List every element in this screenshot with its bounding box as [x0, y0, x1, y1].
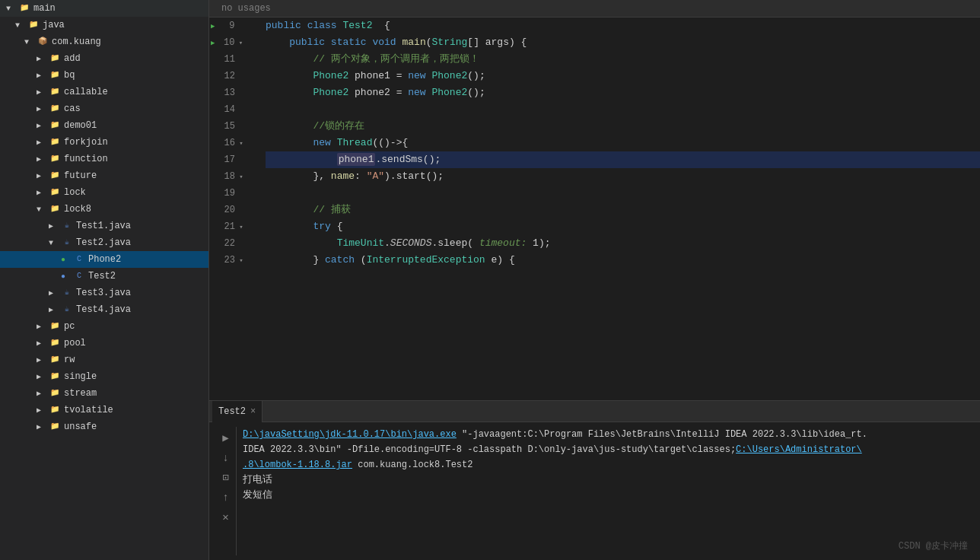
run-icon-10: ▶	[211, 39, 215, 47]
arrow-icon: ▶	[37, 389, 49, 398]
arrow-icon: ▶	[37, 104, 49, 113]
folder-icon: 📁	[49, 203, 61, 215]
terminal-line-1: D:\javaSetting\jdk-11.0.17\bin\java.exe …	[243, 427, 974, 442]
class-icon: C	[73, 270, 85, 282]
sidebar-item-phone2[interactable]: ● C Phone2	[0, 251, 208, 268]
sidebar-item-pool[interactable]: ▶ 📁 pool	[0, 335, 208, 352]
sidebar-item-future[interactable]: ▶ 📁 future	[0, 167, 208, 184]
sidebar-item-cas[interactable]: ▶ 📁 cas	[0, 100, 208, 117]
sidebar-item-lock[interactable]: ▶ 📁 lock	[0, 184, 208, 201]
package-icon: 📦	[37, 36, 49, 48]
sidebar-item-test3[interactable]: ▶ ☕ Test3.java	[0, 285, 208, 301]
sidebar-item-add[interactable]: ▶ 📁 add	[0, 50, 208, 67]
arrow-icon: ▼	[15, 21, 27, 30]
sidebar-item-pc[interactable]: ▶ 📁 pc	[0, 318, 208, 335]
sidebar-item-demo01[interactable]: ▶ 📁 demo01	[0, 117, 208, 134]
folder-icon: 📁	[49, 371, 61, 383]
folder-icon: 📁	[49, 387, 61, 399]
sidebar-label-future: future	[64, 170, 97, 181]
sidebar-item-java[interactable]: ▼ 📁 java	[0, 17, 208, 33]
sidebar-label-pool: pool	[64, 338, 86, 348]
sidebar-label-stream: stream	[64, 388, 97, 399]
code-line-10: public static void main(String[] args) {	[266, 34, 980, 51]
folder-icon: 📁	[18, 2, 30, 14]
administrator-link[interactable]: C:\Users\Administrator\	[736, 444, 862, 455]
code-line-12: Phone2 phone1 = new Phone2();	[266, 68, 980, 84]
arrow-icon: ▶	[37, 188, 49, 197]
arrow-icon: ▶	[37, 406, 49, 415]
terminal-close-icon2[interactable]: ✕	[218, 509, 234, 526]
sidebar-label-test4: Test4.java	[76, 304, 131, 315]
arrow-icon: ▼	[37, 205, 49, 214]
arrow-icon: ●	[61, 256, 73, 264]
sidebar-label-add: add	[64, 53, 81, 64]
sidebar-item-test2-java[interactable]: ▼ ☕ Test2.java	[0, 234, 208, 251]
code-line-16: new Thread(()->{	[266, 135, 980, 151]
sidebar-item-forkjoin[interactable]: ▶ 📁 forkjoin	[0, 134, 208, 151]
sidebar-label-rw: rw	[64, 355, 75, 365]
folder-icon: 📁	[49, 170, 61, 182]
lombok-link[interactable]: .8\lombok-1.18.8.jar	[243, 460, 352, 470]
sidebar-item-test2-class[interactable]: ● C Test2	[0, 268, 208, 285]
arrow-icon: ▶	[37, 422, 49, 431]
sidebar-item-test4[interactable]: ▶ ☕ Test4.java	[0, 301, 208, 318]
sidebar-item-stream[interactable]: ▶ 📁 stream	[0, 385, 208, 402]
line-num-13: 13	[209, 84, 262, 101]
sidebar-label-test1: Test1.java	[76, 221, 131, 231]
sidebar-label-pc: pc	[64, 321, 75, 332]
java-icon: ☕	[61, 304, 73, 316]
sidebar-item-single[interactable]: ▶ 📁 single	[0, 368, 208, 385]
sidebar-item-main[interactable]: ▼ 📁 main	[0, 0, 208, 17]
sidebar-item-bq[interactable]: ▶ 📁 bq	[0, 67, 208, 84]
java-exe-link[interactable]: D:\javaSetting\jdk-11.0.17\bin\java.exe	[243, 429, 457, 440]
terminal-close-icon[interactable]: ×	[250, 406, 256, 417]
no-usages-text: no usages	[221, 3, 271, 14]
sidebar-label-single: single	[64, 371, 97, 382]
arrow-icon: ▶	[37, 138, 49, 147]
folder-icon: 📁	[49, 153, 61, 165]
sidebar-item-lock8[interactable]: ▼ 📁 lock8	[0, 201, 208, 218]
arrow-icon: ▶	[37, 121, 49, 130]
terminal-tab-test2[interactable]: Test2 ×	[212, 401, 262, 422]
fold-icon-18[interactable]: ▾	[235, 173, 247, 181]
fold-icon-10[interactable]: ▾	[234, 39, 247, 47]
sidebar-label-cas: cas	[64, 103, 81, 114]
terminal-grid-icon[interactable]: ⊡	[218, 469, 234, 486]
terminal-up-icon[interactable]: ↑	[218, 489, 234, 506]
code-line-15: //锁的存在	[266, 118, 980, 135]
fold-icon-16[interactable]: ▾	[235, 139, 247, 148]
arrow-icon: ▶	[37, 88, 49, 97]
line-num-19: 19	[209, 185, 262, 202]
line-num-10: ▶ 10 ▾	[209, 34, 262, 51]
editor-area: no usages ▶ 9 ▶ 10 ▾	[209, 0, 980, 560]
sidebar-item-tvolatile[interactable]: ▶ 📁 tvolatile	[0, 402, 208, 418]
arrow-icon: ▶	[37, 372, 49, 381]
sidebar-item-unsafe[interactable]: ▶ 📁 unsafe	[0, 418, 208, 435]
sidebar-item-test1[interactable]: ▶ ☕ Test1.java	[0, 218, 208, 234]
arrow-icon: ▶	[49, 305, 61, 314]
sidebar-label-test2-class: Test2	[88, 271, 116, 282]
line-num-20: 20	[209, 202, 262, 218]
run-icon-9: ▶	[211, 22, 215, 30]
fold-icon-21[interactable]: ▾	[235, 223, 247, 231]
terminal-area: Test2 × ▶ ↓ ⊡ ↑ ✕ D:\javaSetting\jdk-11.…	[209, 400, 980, 560]
terminal-down-icon[interactable]: ↓	[218, 450, 234, 466]
arrow-icon: ▼	[49, 239, 61, 247]
arrow-icon: ▶	[37, 322, 49, 331]
code-line-22: TimeUnit.SECONDS.sleep( timeout: 1);	[266, 235, 980, 252]
folder-icon: 📁	[49, 86, 61, 98]
sidebar-item-function[interactable]: ▶ 📁 function	[0, 151, 208, 167]
terminal-run-icon[interactable]: ▶	[218, 430, 234, 447]
code-line-17: phone1.sendSms();	[266, 151, 980, 168]
code-line-21: try {	[266, 218, 980, 235]
sidebar-item-callable[interactable]: ▶ 📁 callable	[0, 84, 208, 100]
sidebar-item-rw[interactable]: ▶ 📁 rw	[0, 352, 208, 368]
line-num-12: 12	[209, 68, 262, 84]
terminal-line-5: 发短信	[243, 488, 974, 503]
fold-icon-23[interactable]: ▾	[235, 256, 247, 265]
folder-icon: 📁	[49, 337, 61, 349]
arrow-icon: ▶	[37, 171, 49, 180]
arrow-icon: ▶	[49, 221, 61, 231]
sidebar-item-com-kuang[interactable]: ▼ 📦 com.kuang	[0, 33, 208, 50]
terminal-content: ▶ ↓ ⊡ ↑ ✕ D:\javaSetting\jdk-11.0.17\bin…	[209, 422, 980, 560]
